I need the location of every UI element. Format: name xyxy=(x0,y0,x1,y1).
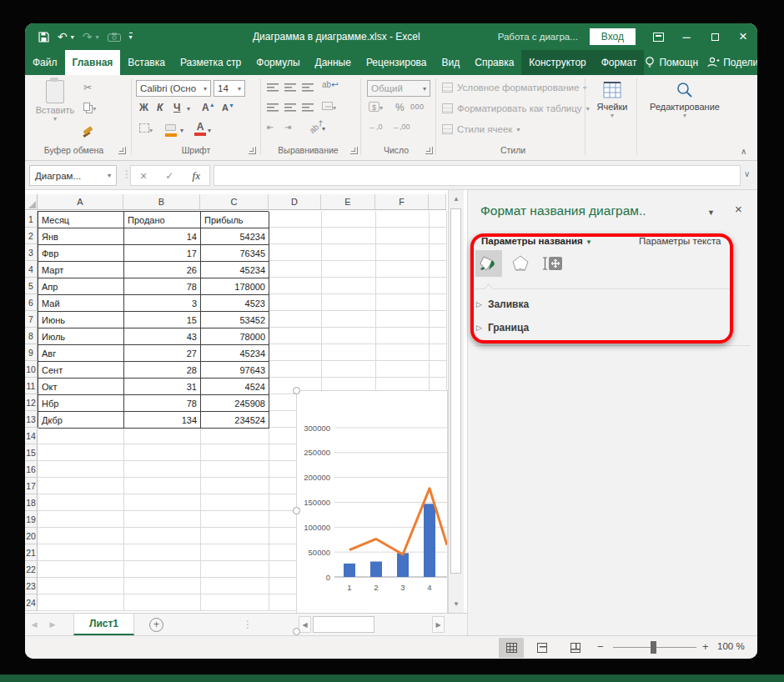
tab-help[interactable]: Справка xyxy=(467,50,521,75)
font-dialog-launcher[interactable] xyxy=(249,147,256,154)
cell-B8[interactable]: 43 xyxy=(124,328,201,345)
editing-dropdown-icon[interactable]: ▾ xyxy=(646,112,723,119)
fill-color-dropdown-icon[interactable]: ▾ xyxy=(180,127,183,134)
font-name-combo[interactable]: Calibri (Осно▾ xyxy=(136,80,211,97)
paste-dropdown-icon[interactable]: ▾ xyxy=(33,115,77,123)
close-icon[interactable]: × xyxy=(729,23,757,50)
cell-C2[interactable]: 54234 xyxy=(201,228,269,245)
cell-C9[interactable]: 45234 xyxy=(201,345,269,362)
select-all-corner[interactable] xyxy=(25,194,38,210)
name-box[interactable]: Диаграм... ▾ xyxy=(29,165,117,186)
row-header-22[interactable]: 22 xyxy=(25,561,38,578)
column-header-D[interactable]: D xyxy=(269,194,321,210)
increase-indent-icon[interactable]: ⇥ xyxy=(284,123,291,132)
styles-item-2[interactable]: Стили ячеек▾ xyxy=(442,124,520,134)
normal-view-button[interactable] xyxy=(499,638,524,658)
cell-A13[interactable]: Дкбр xyxy=(38,412,124,429)
cells-dropdown-icon[interactable]: ▾ xyxy=(591,112,634,119)
size-properties-icon[interactable] xyxy=(539,250,565,277)
cell-C12[interactable]: 245908 xyxy=(201,395,269,412)
grow-font-button[interactable]: А▲ xyxy=(202,102,215,113)
row-header-19[interactable]: 19 xyxy=(25,511,38,528)
tabbar-splitter[interactable]: ⋮ xyxy=(243,619,253,630)
align-bottom-icon[interactable] xyxy=(302,83,314,92)
sheet-tab-active[interactable]: Лист1 xyxy=(73,614,134,635)
tab-view[interactable]: Вид xyxy=(435,50,468,75)
cell-B9[interactable]: 27 xyxy=(124,345,201,362)
cell-A2[interactable]: Янв xyxy=(38,228,124,245)
hscroll-left-icon[interactable]: ◀ xyxy=(299,616,311,633)
pane-close-icon[interactable]: × xyxy=(735,202,742,216)
cut-icon[interactable]: ✂ xyxy=(83,82,92,93)
cell-B4[interactable]: 26 xyxy=(124,262,201,278)
cell-B12[interactable]: 78 xyxy=(124,395,201,412)
number-format-combo[interactable]: Общий▾ xyxy=(367,80,430,97)
tab-data[interactable]: Данные xyxy=(308,50,359,75)
cell-B1[interactable]: Продано xyxy=(124,212,201,228)
clipboard-dialog-launcher[interactable] xyxy=(118,147,126,154)
section-fill[interactable]: ▷ Заливка xyxy=(476,298,529,310)
thousands-icon[interactable]: 000 xyxy=(410,103,425,111)
formula-input[interactable] xyxy=(214,165,741,186)
column-header-B[interactable]: B xyxy=(123,194,200,210)
cell-A10[interactable]: Сент xyxy=(38,362,124,379)
cell-B13[interactable]: 134 xyxy=(124,412,201,429)
collapse-ribbon-icon[interactable]: ∧ xyxy=(741,147,746,156)
styles-item-0[interactable]: Условное форматирование▾ xyxy=(442,83,586,93)
section-border[interactable]: ▷ Граница xyxy=(476,322,529,333)
pane-tab-text-options[interactable]: Параметры текста xyxy=(639,236,721,246)
qat-customize-icon[interactable]: ▾ xyxy=(129,33,133,41)
border-expand-icon[interactable]: ▷ xyxy=(476,323,482,332)
row-header-12[interactable]: 12 xyxy=(25,394,38,411)
fill-expand-icon[interactable]: ▷ xyxy=(476,300,482,308)
row-header-23[interactable]: 23 xyxy=(25,578,38,594)
copy-icon[interactable]: ▾ xyxy=(83,102,96,113)
cell-A1[interactable]: Месяц xyxy=(38,212,124,228)
tab-format[interactable]: Формат xyxy=(594,50,645,75)
cell-A9[interactable]: Авг xyxy=(38,345,124,362)
minimize-icon[interactable]: ─ xyxy=(672,23,701,50)
cell-A5[interactable]: Апр xyxy=(38,278,124,295)
row-header-5[interactable]: 5 xyxy=(25,278,38,294)
embedded-chart[interactable]: 0500001000001500002000002500003000001234 xyxy=(296,390,448,631)
tab-insert[interactable]: Вставка xyxy=(120,50,173,75)
column-header-C[interactable]: C xyxy=(200,194,269,210)
tab-formulas[interactable]: Формулы xyxy=(249,50,307,75)
vertical-scrollbar[interactable]: ▲ ▼ xyxy=(448,190,464,613)
paste-button[interactable]: Вставить ▾ xyxy=(33,78,77,123)
column-header-E[interactable]: E xyxy=(321,194,375,210)
column-header-F[interactable]: F xyxy=(375,194,429,210)
cell-C11[interactable]: 4524 xyxy=(201,379,269,395)
cell-A6[interactable]: Май xyxy=(38,295,124,312)
new-sheet-icon[interactable]: + xyxy=(149,618,163,632)
sign-in-button[interactable]: Вход xyxy=(590,28,636,45)
borders-icon[interactable]: ▾ xyxy=(139,123,153,135)
vertical-scroll-thumb[interactable] xyxy=(450,208,461,574)
number-dialog-launcher[interactable] xyxy=(425,147,433,154)
row-header-3[interactable]: 3 xyxy=(25,244,38,261)
cells-button[interactable]: Ячейки ▾ xyxy=(591,78,634,119)
row-header-18[interactable]: 18 xyxy=(25,494,38,511)
camera-icon[interactable] xyxy=(108,33,121,42)
redo-dropdown-icon[interactable]: ▾ xyxy=(95,33,98,41)
align-left-icon[interactable] xyxy=(267,103,279,112)
cell-A7[interactable]: Июнь xyxy=(38,312,124,328)
pane-tab-title-options[interactable]: Параметры названия ▼ xyxy=(481,236,592,246)
align-center-icon[interactable] xyxy=(284,103,296,112)
orientation-dropdown-icon[interactable]: ▾ xyxy=(322,125,325,133)
undo-icon[interactable]: ↶ xyxy=(58,31,68,43)
align-middle-icon[interactable] xyxy=(284,83,296,92)
format-painter-icon[interactable] xyxy=(83,123,93,135)
row-header-21[interactable]: 21 xyxy=(25,544,38,561)
cell-C13[interactable]: 234524 xyxy=(201,412,269,429)
cell-A3[interactable]: Фвр xyxy=(38,245,124,262)
tab-review[interactable]: Рецензирова xyxy=(359,50,435,75)
font-color-icon[interactable]: А xyxy=(194,121,206,136)
cell-A11[interactable]: Окт xyxy=(38,379,124,395)
scroll-down-icon[interactable]: ▼ xyxy=(450,597,462,610)
shrink-font-button[interactable]: А▼ xyxy=(222,103,234,113)
page-layout-view-button[interactable] xyxy=(530,638,555,658)
chart-handle-mid-left[interactable] xyxy=(293,507,300,514)
cell-C7[interactable]: 53452 xyxy=(201,312,269,328)
tab-home[interactable]: Главная xyxy=(65,50,121,75)
